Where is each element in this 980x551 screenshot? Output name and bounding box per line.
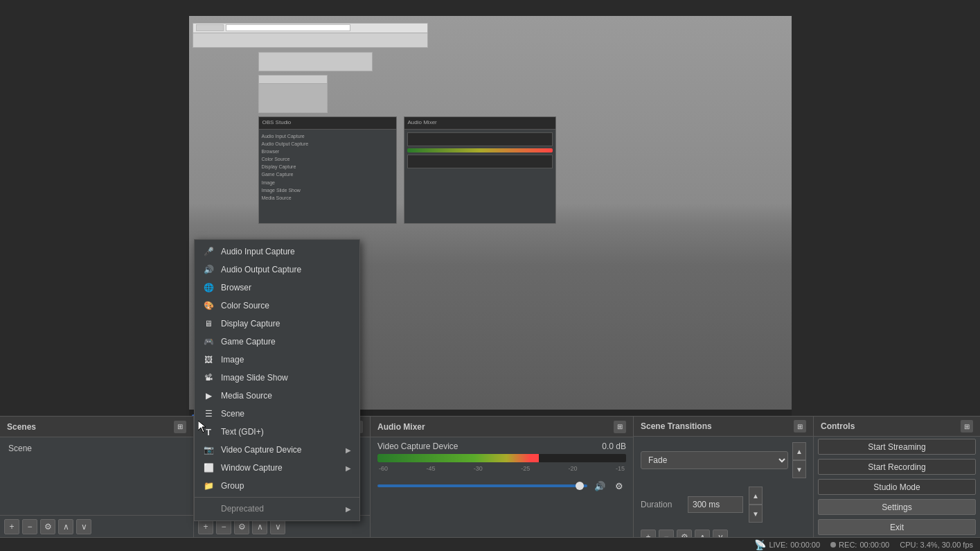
- submenu-arrow: ▶: [346, 505, 351, 513]
- controls-panel-expand-btn[interactable]: ⊞: [961, 420, 973, 432]
- menu-item-display-capture[interactable]: 🖥 Display Capture: [195, 315, 359, 333]
- menu-item-label: Deprecated: [221, 504, 339, 514]
- scenes-panel-title: Scenes: [7, 422, 36, 432]
- rec-dot: [830, 542, 836, 548]
- start-recording-button[interactable]: Start Recording: [818, 459, 976, 475]
- image-icon: 🖼: [203, 354, 214, 365]
- menu-item-audio-input-capture[interactable]: 🎤 Audio Input Capture: [195, 243, 359, 261]
- deprecated-icon: [203, 503, 214, 514]
- menu-item-label: Audio Input Capture: [221, 247, 351, 256]
- scenes-panel: Scenes ⊞ Scene + − ⚙ ∧ ∨: [0, 417, 194, 537]
- game-capture-icon: 🎮: [203, 336, 214, 347]
- context-menu: 🎤 Audio Input Capture 🔊 Audio Output Cap…: [194, 239, 360, 521]
- menu-item-window-capture[interactable]: ⬜ Window Capture ▶: [195, 459, 359, 477]
- mixer-panel-expand-btn[interactable]: ⊞: [614, 421, 626, 433]
- start-streaming-button[interactable]: Start Streaming: [818, 439, 976, 455]
- menu-item-label: Display Capture: [221, 319, 351, 329]
- controls-panel-title: Controls: [821, 421, 855, 431]
- menu-item-label: Image: [221, 355, 351, 365]
- menu-item-group[interactable]: 📁 Group: [195, 477, 359, 495]
- scenes-settings-btn[interactable]: ⚙: [40, 519, 55, 534]
- live-label: LIVE:: [769, 541, 787, 549]
- transitions-panel-expand-btn[interactable]: ⊞: [794, 420, 806, 432]
- scenes-panel-expand-btn[interactable]: ⊞: [174, 421, 186, 433]
- menu-item-label: Media Source: [221, 391, 351, 401]
- video-capture-device-icon: 📷: [203, 444, 214, 455]
- settings-button[interactable]: Settings: [818, 499, 976, 515]
- menu-item-scene[interactable]: ☰ Scene: [195, 405, 359, 423]
- meter-labels: -60 -45 -30 -25 -20 -15: [377, 465, 626, 472]
- mixer-panel-header: Audio Mixer ⊞: [371, 417, 633, 437]
- group-icon: 📁: [203, 480, 214, 491]
- window-capture-icon: ⬜: [203, 462, 214, 473]
- status-bar: 📡 LIVE: 00:00:00 REC: 00:00:00 CPU: 3.4%…: [0, 537, 980, 551]
- exit-button[interactable]: Exit: [818, 519, 976, 535]
- menu-item-color-source[interactable]: 🎨 Color Source: [195, 297, 359, 315]
- submenu-arrow: ▶: [346, 464, 351, 472]
- transition-spin-up[interactable]: ▲: [792, 442, 806, 460]
- rec-time: 00:00:00: [859, 541, 889, 549]
- browser-icon: 🌐: [203, 282, 214, 293]
- meter-fill: [377, 454, 539, 462]
- duration-spin-up[interactable]: ▲: [749, 487, 763, 505]
- rec-label: REC:: [839, 541, 857, 549]
- scene-transitions-panel: Scene Transitions ⊞ Fade Cut Swipe Slide…: [634, 417, 814, 537]
- transition-select[interactable]: Fade Cut Swipe Slide Stinger Luma Wipe: [641, 451, 788, 469]
- menu-item-label: Video Capture Device: [221, 445, 339, 455]
- audio-output-capture-icon: 🔊: [203, 264, 214, 275]
- menu-item-image-slide-show[interactable]: 📽 Image Slide Show: [195, 369, 359, 387]
- scene-item[interactable]: Scene: [3, 440, 190, 457]
- color-source-icon: 🎨: [203, 300, 214, 311]
- mixer-controls: 🔊 ⚙: [371, 476, 633, 496]
- transitions-panel-header: Scene Transitions ⊞: [634, 417, 813, 437]
- scenes-remove-btn[interactable]: −: [22, 519, 37, 534]
- transition-select-row: Fade Cut Swipe Slide Stinger Luma Wipe ▲…: [634, 437, 813, 484]
- cpu-label: CPU: 3.4%, 30.00 fps: [900, 541, 973, 549]
- cpu-status: CPU: 3.4%, 30.00 fps: [900, 541, 973, 549]
- menu-item-deprecated[interactable]: Deprecated ▶: [195, 500, 359, 518]
- volume-slider-thumb: [576, 482, 584, 490]
- transition-spin-down[interactable]: ▼: [792, 460, 806, 478]
- preview-thumb-obs2: Audio Mixer: [404, 116, 556, 224]
- scene-icon: ☰: [203, 408, 214, 419]
- menu-item-browser[interactable]: 🌐 Browser: [195, 279, 359, 297]
- menu-item-label: Color Source: [221, 301, 351, 311]
- menu-item-image[interactable]: 🖼 Image: [195, 351, 359, 369]
- menu-item-label: Audio Output Capture: [221, 265, 351, 274]
- media-source-icon: ▶: [203, 390, 214, 401]
- menu-item-label: Image Slide Show: [221, 373, 351, 383]
- mixer-channel-header: Video Capture Device 0.0 dB: [377, 441, 626, 451]
- live-status: 📡 LIVE: 00:00:00: [754, 539, 820, 550]
- menu-item-video-capture-device[interactable]: 📷 Video Capture Device ▶: [195, 441, 359, 459]
- menu-item-media-source[interactable]: ▶ Media Source: [195, 387, 359, 405]
- scenes-up-btn[interactable]: ∧: [58, 519, 73, 534]
- menu-separator: [195, 497, 359, 498]
- channel-settings-button[interactable]: ⚙: [612, 479, 626, 493]
- duration-label: Duration: [641, 500, 682, 509]
- display-capture-icon: 🖥: [203, 318, 214, 329]
- duration-input[interactable]: [688, 496, 743, 513]
- menu-item-label: Game Capture: [221, 337, 351, 347]
- menu-item-label: Text (GDI+): [221, 427, 351, 437]
- meter-bar: [377, 454, 626, 462]
- channel-db: 0.0 dB: [602, 441, 626, 451]
- studio-mode-button[interactable]: Studio Mode: [818, 479, 976, 495]
- menu-item-label: Group: [221, 481, 351, 491]
- menu-item-label: Window Capture: [221, 463, 339, 473]
- scenes-down-btn[interactable]: ∨: [76, 519, 91, 534]
- menu-item-audio-output-capture[interactable]: 🔊 Audio Output Capture: [195, 261, 359, 279]
- menu-item-label: Scene: [221, 409, 351, 419]
- scenes-add-btn[interactable]: +: [4, 519, 19, 534]
- duration-spin-down[interactable]: ▼: [749, 505, 763, 523]
- mute-button[interactable]: 🔊: [593, 479, 607, 493]
- scenes-panel-footer: + − ⚙ ∧ ∨: [0, 515, 193, 537]
- controls-panel-header: Controls ⊞: [814, 417, 980, 437]
- audio-input-capture-icon: 🎤: [203, 246, 214, 257]
- volume-slider[interactable]: [377, 484, 587, 487]
- menu-item-game-capture[interactable]: 🎮 Game Capture: [195, 333, 359, 351]
- rec-status: REC: 00:00:00: [830, 541, 889, 549]
- scenes-panel-content: Scene: [0, 437, 193, 515]
- live-time: 00:00:00: [790, 541, 820, 549]
- menu-item-text-gdi[interactable]: T Text (GDI+): [195, 423, 359, 441]
- menu-item-label: Browser: [221, 283, 351, 292]
